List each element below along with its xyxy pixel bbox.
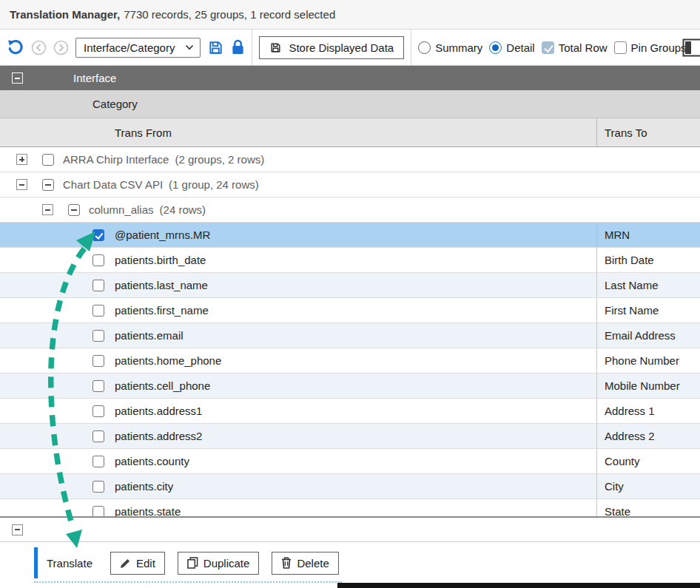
- trans-from-cell: patients.cell_phone: [0, 374, 596, 398]
- summary-radio-label: Summary: [435, 41, 482, 54]
- trans-from-cell: @patient_mrns.MR: [0, 223, 596, 247]
- collapse-icon[interactable]: [16, 179, 27, 190]
- detail-radio-label: Detail: [506, 41, 534, 54]
- table-row[interactable]: patients.last_nameLast Name: [0, 273, 700, 298]
- trans-from-value: patients.county: [115, 455, 189, 467]
- group-row[interactable]: column_alias(24 rows): [0, 197, 700, 223]
- group-checkbox[interactable]: [42, 154, 54, 166]
- accent-bar: [34, 547, 38, 578]
- grid-rows: ARRA Chirp Interface(2 groups, 2 rows)Ch…: [0, 147, 700, 516]
- trans-to-cell: MRN: [596, 223, 700, 247]
- nav-forward-icon: [53, 40, 69, 55]
- table-row[interactable]: patients.cityCity: [0, 474, 700, 499]
- trans-to-cell: Mobile Number: [596, 374, 700, 398]
- total-row-label: Total Row: [559, 41, 608, 54]
- table-row[interactable]: patients.countyCounty: [0, 449, 700, 474]
- checkbox-checked-disabled-icon[interactable]: [542, 41, 554, 54]
- group-checkbox[interactable]: [68, 204, 80, 216]
- trans-from-value: patients.state: [115, 505, 181, 516]
- row-checkbox[interactable]: [92, 355, 104, 367]
- group-checkbox[interactable]: [42, 179, 54, 191]
- trans-from-value: patients.email: [115, 329, 184, 342]
- table-row[interactable]: @patient_mrns.MRMRN: [0, 223, 700, 248]
- expand-icon[interactable]: [16, 154, 27, 165]
- table-row[interactable]: patients.first_nameFirst Name: [0, 298, 700, 323]
- trans-from-cell: patients.email: [0, 323, 596, 348]
- row-checkbox[interactable]: [92, 229, 104, 241]
- row-checkbox[interactable]: [92, 506, 104, 517]
- total-row-checkbox[interactable]: Total Row: [542, 41, 608, 54]
- trans-to-cell: Last Name: [596, 273, 700, 297]
- row-checkbox[interactable]: [92, 280, 104, 291]
- trans-from-cell: patients.county: [0, 449, 596, 473]
- trans-from-value: patients.first_name: [115, 304, 209, 317]
- detail-radio[interactable]: Detail: [489, 41, 534, 54]
- save-icon: [207, 39, 224, 56]
- trans-to-cell: Address 2: [596, 424, 700, 448]
- delete-button[interactable]: Delete: [272, 552, 338, 575]
- panel-toggle-button[interactable]: [682, 37, 700, 58]
- toolbar: Interface/Category Sto: [0, 30, 700, 66]
- trans-from-value: patients.city: [115, 480, 173, 493]
- toolbar-separator: [252, 30, 252, 65]
- pin-groups-checkbox[interactable]: Pin Groups: [614, 41, 687, 54]
- refresh-button[interactable]: [7, 38, 24, 56]
- column-header-trans-to[interactable]: Trans To: [596, 118, 700, 146]
- table-row[interactable]: patients.home_phonePhone Number: [0, 348, 700, 374]
- table-row[interactable]: patients.birth_dateBirth Date: [0, 248, 700, 273]
- row-checkbox[interactable]: [92, 430, 104, 442]
- row-checkbox[interactable]: [92, 305, 104, 317]
- title-bar: Translation Manager, 7730 records, 25 gr…: [0, 0, 700, 30]
- save-button[interactable]: [207, 39, 224, 56]
- trans-from-cell: patients.birth_date: [0, 248, 596, 272]
- nav-forward-button[interactable]: [53, 40, 69, 55]
- table-row[interactable]: patients.address2Address 2: [0, 424, 700, 449]
- collapse-icon[interactable]: [12, 72, 23, 84]
- trans-from-cell: patients.state: [0, 499, 596, 516]
- group-row[interactable]: ARRA Chirp Interface(2 groups, 2 rows): [0, 147, 700, 172]
- view-mode-dropdown[interactable]: Interface/Category: [75, 38, 201, 58]
- group-label: ARRA Chirp Interface: [63, 153, 169, 166]
- table-row[interactable]: patients.cell_phoneMobile Number: [0, 374, 700, 399]
- trans-from-cell: patients.first_name: [0, 298, 596, 322]
- store-button-label: Store Displayed Data: [289, 41, 394, 54]
- pencil-icon: [120, 558, 131, 569]
- row-checkbox[interactable]: [92, 380, 104, 392]
- radio-checked-icon[interactable]: [489, 41, 502, 54]
- table-row[interactable]: patients.emailEmail Address: [0, 323, 700, 348]
- nav-back-button[interactable]: [31, 40, 47, 55]
- trans-from-value: patients.birth_date: [115, 254, 206, 266]
- table-row[interactable]: patients.stateState: [0, 499, 700, 516]
- trash-icon: [281, 557, 292, 569]
- group-row[interactable]: Chart Data CSV API(1 group, 24 rows): [0, 172, 700, 197]
- row-checkbox[interactable]: [92, 456, 104, 467]
- table-row[interactable]: patients.address1Address 1: [0, 399, 700, 424]
- column-header-trans-from[interactable]: Trans From: [0, 118, 596, 146]
- footer-collapse-row: [0, 518, 700, 542]
- trans-from-value: patients.last_name: [115, 279, 208, 291]
- toolbar-separator: [411, 30, 411, 65]
- trans-from-value: patients.address1: [115, 405, 202, 417]
- summary-radio[interactable]: Summary: [418, 41, 482, 54]
- checkbox-unchecked-icon[interactable]: [614, 41, 627, 54]
- trans-to-cell: Birth Date: [596, 248, 700, 272]
- row-checkbox[interactable]: [92, 330, 104, 342]
- trans-to-cell: State: [596, 499, 700, 516]
- trans-from-cell: patients.address1: [0, 399, 596, 423]
- row-checkbox[interactable]: [92, 254, 104, 266]
- refresh-icon: [7, 38, 24, 56]
- collapse-icon[interactable]: [42, 204, 53, 215]
- lock-button[interactable]: [231, 39, 245, 55]
- store-displayed-data-button[interactable]: Store Displayed Data: [259, 36, 404, 59]
- row-checkbox[interactable]: [92, 405, 104, 417]
- edit-button[interactable]: Edit: [110, 552, 165, 575]
- duplicate-button[interactable]: Duplicate: [178, 552, 260, 575]
- collapse-icon[interactable]: [12, 524, 23, 535]
- row-checkbox[interactable]: [92, 481, 104, 493]
- trans-to-cell: Address 1: [596, 399, 700, 423]
- chevron-down-icon: [185, 44, 194, 50]
- radio-unchecked-icon[interactable]: [418, 41, 431, 54]
- group-label: column_alias: [89, 203, 154, 216]
- bottom-window-edge: [337, 583, 700, 588]
- trans-to-cell: City: [596, 474, 700, 499]
